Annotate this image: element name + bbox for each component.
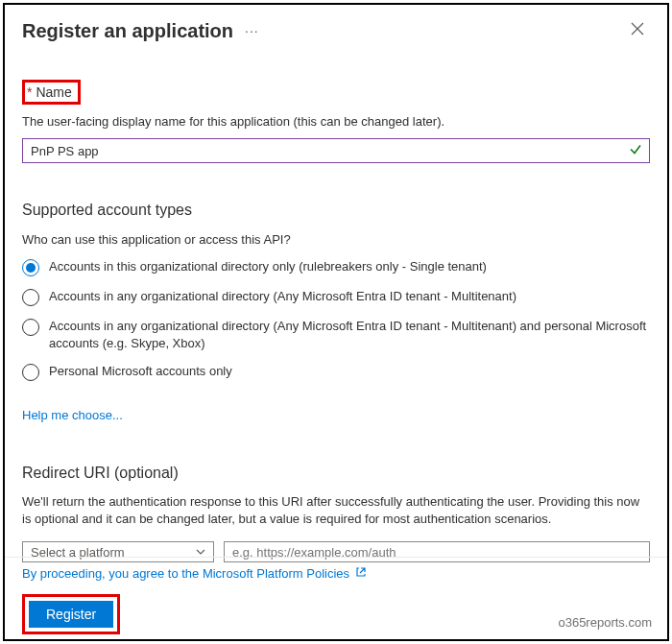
radio-label: Accounts in this organizational director… [49,258,487,275]
account-type-option-multitenant[interactable]: Accounts in any organizational directory… [22,288,650,306]
name-help-text: The user-facing display name for this ap… [22,114,650,129]
radio-label: Personal Microsoft accounts only [49,363,232,380]
more-icon[interactable]: ··· [245,23,259,38]
panel-title: Register an application [22,20,233,42]
check-icon [629,143,642,159]
account-type-option-single-tenant[interactable]: Accounts in this organizational director… [22,258,650,276]
redirect-heading: Redirect URI (optional) [22,465,650,482]
name-label-highlight: * Name [22,80,81,105]
radio-icon [22,319,39,336]
account-types-question: Who can use this application or access t… [22,232,650,247]
close-icon[interactable] [625,18,650,43]
account-types-radio-group: Accounts in this organizational director… [22,258,650,381]
account-types-heading: Supported account types [22,202,650,219]
radio-icon [22,289,39,306]
account-type-option-multitenant-personal[interactable]: Accounts in any organizational directory… [22,318,650,351]
watermark: o365reports.com [558,615,652,630]
platform-policies-link[interactable]: By proceeding, you agree to the Microsof… [22,566,349,581]
help-me-choose-link[interactable]: Help me choose... [22,408,123,422]
radio-label: Accounts in any organizational directory… [49,288,516,305]
radio-icon [22,364,39,381]
name-input[interactable] [22,138,650,163]
external-link-icon [355,566,367,581]
register-button[interactable]: Register [29,601,113,628]
divider [5,557,667,558]
account-type-option-personal[interactable]: Personal Microsoft accounts only [22,363,650,381]
required-mark: * [27,84,32,100]
name-label: Name [36,84,71,100]
radio-label: Accounts in any organizational directory… [49,318,650,351]
radio-icon [22,259,39,276]
platform-select[interactable]: Select a platform [22,541,214,562]
redirect-uri-input[interactable] [224,541,650,562]
register-button-highlight: Register [22,594,120,634]
redirect-help-text: We'll return the authentication response… [22,493,650,528]
